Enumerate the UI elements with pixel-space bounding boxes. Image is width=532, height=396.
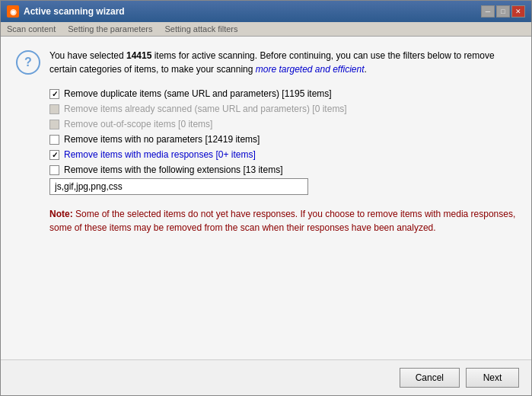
footer: Cancel Next: [1, 359, 531, 395]
nav-bar: Scan content Setting the parameters Sett…: [1, 22, 531, 37]
note-section: Note: Some of the selected items do not …: [49, 207, 516, 235]
next-button[interactable]: Next: [466, 368, 519, 388]
maximize-button[interactable]: □: [496, 5, 510, 18]
filter-label-remove-media: Remove items with media responses [0+ it…: [64, 149, 256, 160]
cancel-button[interactable]: Cancel: [400, 368, 460, 388]
note-text: Some of the selected items do not yet ha…: [49, 209, 515, 233]
filter-remove-no-params: Remove items with no parameters [12419 i…: [49, 134, 516, 145]
checkbox-remove-out-of-scope: [49, 120, 59, 129]
checkbox-remove-media[interactable]: [49, 150, 59, 160]
extensions-input-container: [49, 178, 308, 195]
filters-section: Remove duplicate items (same URL and par…: [49, 88, 516, 175]
main-window: ◉ Active scanning wizard ─ □ ✕ Scan cont…: [0, 0, 532, 396]
filter-label-remove-duplicates: Remove duplicate items (same URL and par…: [64, 88, 332, 99]
extensions-input[interactable]: [49, 178, 308, 195]
filter-remove-already-scanned: Remove items already scanned (same URL a…: [49, 104, 516, 114]
filter-remove-extensions: Remove items with the following extensio…: [49, 164, 516, 175]
info-text: You have selected 14415 items for active…: [49, 49, 516, 76]
filter-remove-media: Remove items with media responses [0+ it…: [49, 149, 516, 160]
minimize-button[interactable]: ─: [481, 5, 495, 18]
checkbox-remove-already-scanned: [49, 104, 59, 114]
content-area: ? You have selected 14415 items for acti…: [1, 37, 531, 359]
checkbox-remove-extensions[interactable]: [49, 165, 59, 175]
filter-label-remove-no-params: Remove items with no parameters [12419 i…: [64, 134, 260, 145]
filter-remove-out-of-scope: Remove out-of-scope items [0 items]: [49, 119, 516, 129]
nav-scan-content[interactable]: Scan content: [7, 24, 56, 34]
info-icon: ?: [16, 50, 40, 75]
nav-setting-filters[interactable]: Setting attack filters: [165, 24, 238, 34]
checkbox-remove-no-params[interactable]: [49, 135, 59, 145]
nav-setting-parameters[interactable]: Setting the parameters: [68, 24, 152, 34]
title-bar: ◉ Active scanning wizard ─ □ ✕: [1, 1, 531, 22]
filter-remove-duplicates: Remove duplicate items (same URL and par…: [49, 88, 516, 99]
window-title: Active scanning wizard: [24, 6, 125, 17]
filter-label-remove-already-scanned: Remove items already scanned (same URL a…: [64, 104, 347, 114]
note-label: Note:: [49, 209, 75, 219]
filter-label-remove-out-of-scope: Remove out-of-scope items [0 items]: [64, 119, 212, 129]
app-icon: ◉: [7, 5, 19, 18]
window-controls: ─ □ ✕: [481, 5, 525, 18]
checkbox-remove-duplicates[interactable]: [49, 89, 59, 99]
filter-label-remove-extensions: Remove items with the following extensio…: [64, 164, 282, 175]
close-button[interactable]: ✕: [511, 5, 525, 18]
title-bar-left: ◉ Active scanning wizard: [7, 5, 125, 18]
info-section: ? You have selected 14415 items for acti…: [16, 49, 516, 76]
